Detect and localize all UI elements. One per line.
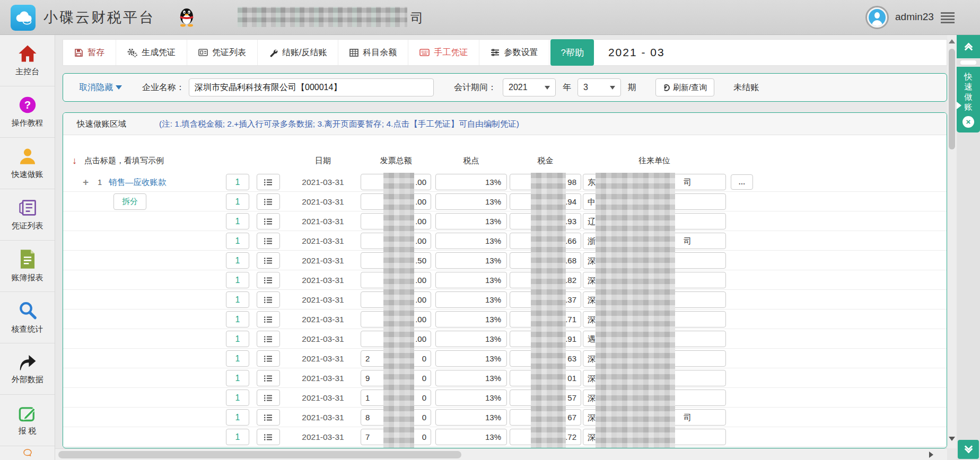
year-select[interactable]: 2021	[503, 78, 556, 96]
detail-list-button[interactable]	[257, 370, 280, 386]
detail-list-button[interactable]	[257, 350, 280, 367]
date-cell[interactable]: 2021-03-31	[286, 329, 360, 349]
row-count-button[interactable]: 1	[226, 429, 249, 445]
scroll-right-icon[interactable]	[929, 452, 933, 458]
menu-icon[interactable]	[941, 12, 955, 25]
date-cell[interactable]: 2021-03-31	[286, 408, 360, 427]
column-header-tax[interactable]: 税金	[510, 150, 581, 171]
scroll-up-icon[interactable]	[949, 39, 955, 43]
detail-list-button[interactable]	[257, 429, 280, 445]
vertical-scroll-thumb[interactable]	[949, 49, 955, 149]
save-draft-button[interactable]: 暂存	[63, 40, 116, 65]
generate-voucher-button[interactable]: 生成凭证	[116, 40, 187, 65]
parameter-settings-button[interactable]: 参数设置	[479, 40, 549, 65]
tax-rate-input[interactable]: 13%	[435, 311, 507, 328]
voucher-list-button[interactable]: 凭证列表	[187, 40, 258, 65]
row-count-button[interactable]: 1	[226, 193, 249, 210]
split-button[interactable]: 拆分	[113, 193, 146, 210]
row-count-button[interactable]: 1	[226, 174, 249, 190]
date-cell[interactable]: 2021-03-31	[286, 172, 360, 192]
quick-accounting-tab[interactable]: 快速做账 ×	[957, 67, 980, 132]
refresh-query-button[interactable]: 刷新/查询	[655, 78, 714, 96]
cancel-hide-link[interactable]: 取消隐藏	[79, 82, 122, 93]
date-cell[interactable]: 2021-03-31	[286, 368, 360, 388]
tax-rate-input[interactable]: 13%	[435, 272, 507, 288]
detail-list-button[interactable]	[257, 233, 280, 249]
tax-rate-input[interactable]: 13%	[435, 213, 507, 229]
more-options-button[interactable]: …	[731, 174, 753, 190]
sidebar-item-tutorial[interactable]: ? 操作教程	[0, 86, 55, 138]
detail-list-button[interactable]	[257, 252, 280, 269]
insert-row-icon[interactable]: +	[83, 172, 89, 192]
tax-rate-input[interactable]: 13%	[435, 370, 507, 386]
detail-list-button[interactable]	[257, 409, 280, 426]
detail-list-button[interactable]	[257, 311, 280, 328]
sidebar-item-ledger-reports[interactable]: 账簿报表	[0, 241, 55, 292]
row-count-button[interactable]: 1	[226, 291, 249, 308]
sidebar-item-external-data[interactable]: 外部数据	[0, 343, 55, 395]
date-cell[interactable]: 2021-03-31	[286, 270, 360, 290]
closing-button[interactable]: 结账/反结账	[258, 40, 338, 65]
qq-penguin-icon[interactable]	[178, 6, 195, 29]
detail-list-button[interactable]	[257, 213, 280, 229]
date-cell[interactable]: 2021-03-31	[286, 427, 360, 447]
help-button[interactable]: ?帮助	[550, 39, 593, 66]
tax-rate-input[interactable]: 13%	[435, 409, 507, 426]
scroll-down-icon[interactable]	[949, 437, 955, 441]
header-hint[interactable]: 点击标题，看填写示例	[84, 150, 164, 171]
row-count-button[interactable]: 1	[226, 233, 249, 249]
tax-rate-input[interactable]: 13%	[435, 390, 507, 406]
tax-rate-input[interactable]: 13%	[435, 350, 507, 367]
horizontal-scrollbar[interactable]	[55, 448, 947, 460]
tax-rate-input[interactable]: 13%	[435, 174, 507, 190]
date-cell[interactable]: 2021-03-31	[286, 192, 360, 211]
sidebar-item-audit-statistics[interactable]: 核查统计	[0, 292, 55, 343]
tax-rate-input[interactable]: 13%	[435, 291, 507, 308]
company-name-input[interactable]: 深圳市安晶利科技有限公司【000014】	[189, 78, 434, 96]
tax-rate-input[interactable]: 13%	[435, 193, 507, 210]
row-count-button[interactable]: 1	[226, 272, 249, 288]
detail-list-button[interactable]	[257, 390, 280, 406]
detail-list-button[interactable]	[257, 174, 280, 190]
detail-list-button[interactable]	[257, 331, 280, 347]
row-count-button[interactable]: 1	[226, 213, 249, 229]
month-select[interactable]: 3	[578, 78, 621, 96]
date-cell[interactable]: 2021-03-31	[286, 309, 360, 329]
vertical-scrollbar[interactable]	[947, 35, 957, 448]
username[interactable]: admin23	[895, 11, 934, 23]
collapse-panel-button[interactable]	[957, 35, 980, 58]
detail-list-button[interactable]	[257, 291, 280, 308]
close-icon[interactable]: ×	[962, 116, 974, 128]
tax-rate-input[interactable]: 13%	[435, 331, 507, 347]
tax-rate-input[interactable]: 13%	[435, 252, 507, 269]
tax-rate-input[interactable]: 13%	[435, 233, 507, 249]
scroll-to-bottom-button[interactable]	[958, 440, 979, 459]
row-count-button[interactable]: 1	[226, 350, 249, 367]
row-count-button[interactable]: 1	[226, 311, 249, 328]
sidebar-item-voucher-list[interactable]: 凭证列表	[0, 189, 55, 241]
row-count-button[interactable]: 1	[226, 390, 249, 406]
sidebar-item-quick-accounting[interactable]: 快速做账	[0, 138, 55, 189]
column-header-counterparty[interactable]: 往来单位	[583, 150, 726, 171]
account-link[interactable]: 销售—应收账款	[109, 172, 167, 192]
sidebar-item-dashboard[interactable]: 主控台	[0, 35, 55, 86]
horizontal-scroll-thumb[interactable]	[58, 451, 461, 458]
detail-list-button[interactable]	[257, 272, 280, 288]
date-cell[interactable]: 2021-03-31	[286, 388, 360, 408]
avatar[interactable]	[865, 6, 889, 29]
date-cell[interactable]: 2021-03-31	[286, 251, 360, 270]
account-balance-button[interactable]: 科目余额	[338, 40, 408, 65]
date-cell[interactable]: 2021-03-31	[286, 231, 360, 251]
row-count-button[interactable]: 1	[226, 252, 249, 269]
sidebar-item-customer-service[interactable]	[0, 446, 55, 460]
date-cell[interactable]: 2021-03-31	[286, 349, 360, 368]
detail-list-button[interactable]	[257, 193, 280, 210]
sidebar-item-tax-filing[interactable]: 报 税	[0, 395, 55, 446]
row-count-button[interactable]: 1	[226, 409, 249, 426]
column-header-date[interactable]: 日期	[286, 150, 360, 171]
manual-voucher-button[interactable]: 手工凭证	[408, 40, 479, 65]
date-cell[interactable]: 2021-03-31	[286, 211, 360, 231]
row-count-button[interactable]: 1	[226, 370, 249, 386]
column-header-tax-rate[interactable]: 税点	[435, 150, 507, 171]
column-header-invoice-total[interactable]: 发票总额	[361, 150, 431, 171]
